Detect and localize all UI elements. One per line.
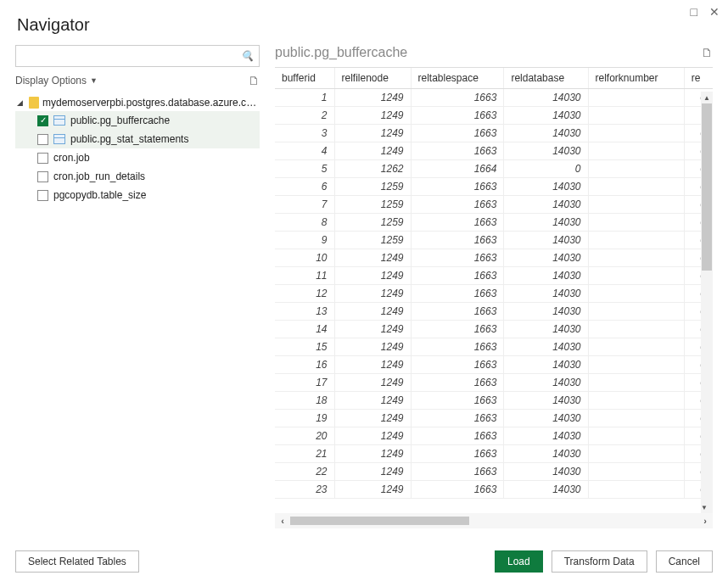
table-row[interactable]: 312491663140300 (275, 125, 713, 142)
checkbox[interactable] (37, 134, 48, 145)
cell (588, 89, 684, 107)
checkbox[interactable] (37, 153, 48, 164)
search-field[interactable] (21, 50, 241, 62)
cell: 1249 (334, 142, 411, 160)
cancel-button[interactable]: Cancel (656, 550, 713, 573)
cell: 1249 (334, 410, 411, 427)
tree-item[interactable]: pgcopydb.table_size (15, 186, 260, 204)
column-header[interactable]: reldatabase (504, 68, 588, 89)
scroll-left-icon[interactable]: ‹ (275, 516, 290, 526)
cell: 12 (275, 285, 334, 303)
maximize-icon[interactable]: □ (691, 5, 697, 19)
table-row[interactable]: 2012491663140300 (275, 427, 713, 445)
table-row[interactable]: 1012491663140300 (275, 249, 713, 267)
cell: 1249 (334, 303, 411, 321)
cell (588, 142, 684, 160)
table-row[interactable]: 21249166314030. (275, 107, 713, 125)
checkbox[interactable] (37, 171, 48, 182)
window-controls: □ ✕ (691, 5, 720, 19)
cell (588, 374, 684, 392)
scroll-up-icon[interactable]: ▲ (701, 92, 713, 103)
cell: 13 (275, 303, 334, 321)
cell: 1663 (411, 142, 504, 160)
column-header[interactable]: reltablespace (411, 68, 504, 89)
cell: 22 (275, 463, 334, 481)
table-row[interactable]: 1512491663140300 (275, 338, 713, 356)
tree-item[interactable]: public.pg_buffercache (15, 111, 260, 130)
cell: 14030 (504, 321, 588, 338)
table-row[interactable]: 612591663140300 (275, 178, 713, 196)
table-row[interactable]: 412491663140300 (275, 142, 713, 160)
cell: 1249 (334, 445, 411, 463)
cell (588, 303, 684, 321)
cell (588, 427, 684, 445)
column-header[interactable]: relfilenode (334, 68, 411, 89)
cell: 15 (275, 338, 334, 356)
cell: 10 (275, 249, 334, 267)
cell (588, 125, 684, 142)
table-row[interactable]: 2312491663140300 (275, 481, 713, 499)
scroll-thumb-horizontal[interactable] (290, 517, 469, 525)
table-row[interactable]: 2212491663140300 (275, 463, 713, 481)
table-row[interactable]: 912591663140300 (275, 232, 713, 249)
cell: 14030 (504, 125, 588, 142)
close-icon[interactable]: ✕ (709, 5, 720, 19)
vertical-scrollbar[interactable]: ▲ ▼ (701, 92, 713, 513)
cell (588, 267, 684, 285)
cell: 1249 (334, 89, 411, 107)
tree-item[interactable]: public.pg_stat_statements (15, 130, 260, 148)
cell: 1663 (411, 214, 504, 232)
cell: 1 (275, 89, 334, 107)
table-row[interactable]: 1112491663140300 (275, 267, 713, 285)
scroll-right-icon[interactable]: › (697, 516, 713, 526)
cell: 21 (275, 445, 334, 463)
table-row[interactable]: 1612491663140300 (275, 356, 713, 374)
table-row[interactable]: 51262166400 (275, 160, 713, 178)
cell: 1664 (411, 160, 504, 178)
load-button[interactable]: Load (495, 550, 543, 573)
table-row[interactable]: 1712491663140300 (275, 374, 713, 392)
table-row[interactable]: 712591663140300 (275, 196, 713, 214)
column-header[interactable]: re (684, 68, 713, 89)
collapse-icon[interactable]: ◢ (17, 98, 25, 107)
database-node[interactable]: ◢ mydemoserverpbi.postgres.database.azur… (15, 94, 260, 111)
scroll-thumb-vertical[interactable] (702, 103, 712, 271)
column-header[interactable]: bufferid (275, 68, 334, 89)
transform-data-button[interactable]: Transform Data (552, 550, 647, 573)
cell: 14030 (504, 392, 588, 410)
cell: 8 (275, 214, 334, 232)
display-options-button[interactable]: Display Options ▼ (15, 75, 98, 87)
cell: 23 (275, 481, 334, 499)
tree-item[interactable]: cron.job (15, 148, 260, 167)
table-row[interactable]: 1912491663140300 (275, 410, 713, 427)
refresh-icon[interactable]: 🗋 (248, 74, 260, 87)
cell: 14030 (504, 142, 588, 160)
cell: 14030 (504, 107, 588, 125)
select-related-tables-button[interactable]: Select Related Tables (15, 550, 139, 573)
cell: 1663 (411, 445, 504, 463)
scroll-down-icon[interactable]: ▼ (701, 501, 708, 513)
table-row[interactable]: 112491663140300 (275, 89, 713, 107)
cell: 1663 (411, 89, 504, 107)
checkbox[interactable] (37, 190, 48, 201)
search-input[interactable]: 🔍 (15, 45, 260, 67)
cell (588, 196, 684, 214)
preview-refresh-icon[interactable]: 🗋 (701, 46, 713, 59)
tree-item[interactable]: cron.job_run_details (15, 167, 260, 186)
cell: 1259 (334, 232, 411, 249)
horizontal-scrollbar[interactable]: ‹ › (275, 513, 713, 528)
table-row[interactable]: 812591663140300 (275, 214, 713, 232)
table-row[interactable]: 1312491663140300 (275, 303, 713, 321)
cell: 1249 (334, 267, 411, 285)
table-row[interactable]: 1212491663140300 (275, 285, 713, 303)
checkbox[interactable] (37, 115, 48, 126)
cell: 1663 (411, 267, 504, 285)
table-row[interactable]: 2112491663140300 (275, 445, 713, 463)
cell: 6 (275, 178, 334, 196)
table-row[interactable]: 1812491663140300 (275, 392, 713, 410)
cell (588, 232, 684, 249)
table-row[interactable]: 1412491663140300 (275, 321, 713, 338)
column-header[interactable]: relforknumber (588, 68, 684, 89)
cell: 1249 (334, 374, 411, 392)
cell: 1249 (334, 392, 411, 410)
